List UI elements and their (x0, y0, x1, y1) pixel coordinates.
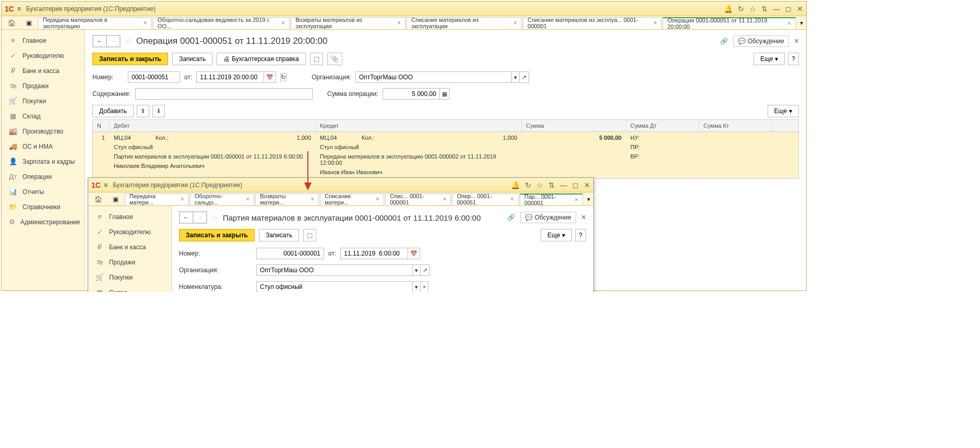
close-icon[interactable]: ✕ (797, 5, 803, 13)
close-icon[interactable]: × (281, 19, 285, 27)
more-button[interactable]: Еще ▾ (541, 229, 572, 241)
org-input[interactable] (256, 264, 413, 276)
nav-back-button[interactable]: ← (180, 212, 193, 223)
print-button[interactable]: 🖨Бухгалтерская справка (217, 53, 306, 65)
close-icon[interactable]: × (513, 19, 517, 27)
windows-icon[interactable]: ▣ (22, 17, 36, 29)
link-icon[interactable]: 🔗 (720, 38, 728, 45)
item-input[interactable] (256, 281, 413, 292)
dropdown-icon[interactable]: ▾ (413, 264, 421, 276)
number-input[interactable] (128, 71, 180, 83)
favorite-icon[interactable]: ☆ (211, 213, 219, 223)
tab-sub-0[interactable]: Передача матери...× (125, 193, 189, 205)
sidebar-item-sales[interactable]: 🛍Продажи (2, 78, 85, 93)
tab-dropdown-icon[interactable]: ▾ (584, 193, 593, 205)
sidebar-item-bank[interactable]: ₽Банк и касса (2, 63, 85, 78)
close-icon[interactable]: × (246, 196, 249, 203)
calendar-icon[interactable]: 📅 (264, 71, 276, 83)
home-icon[interactable]: 🏠 (90, 193, 106, 205)
bell-icon[interactable]: 🔔 (511, 181, 520, 189)
favorite-icon[interactable]: ☆ (125, 37, 132, 46)
minimize-icon[interactable]: — (773, 5, 780, 13)
sidebar-item-manager[interactable]: ✓Руководителю (2, 48, 85, 63)
sidebar-item-purchases[interactable]: 🛒Покупки (88, 270, 171, 285)
col-debit[interactable]: Дебет (110, 120, 316, 131)
open-icon[interactable]: ↗ (520, 71, 529, 83)
refresh-icon[interactable]: ↻ (280, 73, 286, 81)
sidebar-item-reports[interactable]: 📊Отчеты (2, 184, 85, 199)
tab-sub-1[interactable]: Оборотно-сальдо...× (190, 193, 254, 205)
maximize-icon[interactable]: ◻ (785, 5, 792, 13)
bell-icon[interactable]: 🔔 (724, 5, 733, 13)
move-up-button[interactable]: ⬆ (137, 105, 149, 117)
save-close-button[interactable]: Записать и закрыть (179, 229, 255, 241)
save-button[interactable]: Записать (172, 53, 212, 65)
close-icon[interactable]: × (787, 20, 791, 27)
tab-0[interactable]: Передача материалов в эксплуатацию× (38, 17, 152, 29)
calendar-icon[interactable]: 📅 (408, 248, 420, 259)
tab-3[interactable]: Списание материалов из эксплуатации× (407, 17, 522, 29)
close-icon[interactable]: × (443, 196, 446, 203)
sidebar-item-warehouse[interactable]: ▦Склад (88, 285, 171, 292)
tab-dropdown-icon[interactable]: ▾ (797, 17, 806, 29)
attach-button[interactable]: 📎 (327, 53, 342, 65)
close-icon[interactable]: × (181, 196, 184, 203)
col-credit[interactable]: Кредит (316, 120, 522, 131)
tab-sub-2[interactable]: Возвраты матери...× (255, 193, 319, 205)
col-sum[interactable]: Сумма (522, 120, 626, 131)
move-down-button[interactable]: ⬇ (152, 105, 165, 117)
close-icon[interactable]: × (310, 196, 314, 203)
register-button[interactable]: ⬚ (310, 53, 323, 65)
close-icon[interactable]: × (376, 196, 379, 203)
history-icon[interactable]: ↻ (738, 5, 744, 13)
history-icon[interactable]: ↻ (525, 181, 531, 189)
home-icon[interactable]: 🏠 (4, 17, 20, 29)
close-pane-icon[interactable]: × (794, 37, 799, 46)
sidebar-item-main[interactable]: ≡Главное (2, 33, 85, 48)
col-sumkt[interactable]: Сумма Кт (699, 120, 772, 131)
sidebar-item-salary[interactable]: 👤Зарплата и кадры (2, 154, 85, 169)
calc-icon[interactable]: ▦ (440, 88, 450, 100)
nav-forward-button[interactable]: → (106, 35, 120, 47)
help-button[interactable]: ? (788, 53, 799, 65)
discuss-button[interactable]: 💬Обсуждение (520, 212, 576, 223)
nav-back-button[interactable]: ← (93, 35, 106, 47)
close-icon[interactable]: ✕ (584, 181, 590, 189)
date-input[interactable] (340, 248, 408, 259)
sidebar-item-production[interactable]: 🏭Производство (2, 124, 85, 139)
dropdown-icon[interactable]: ▾ (413, 281, 421, 292)
tab-4[interactable]: Списание материалов из эксплуа... 0001-0… (523, 17, 662, 29)
tab-sub-4[interactable]: Спис... 0001-000001× (385, 193, 451, 205)
sidebar-item-sales[interactable]: 🛍Продажи (88, 255, 171, 270)
close-icon[interactable]: × (575, 196, 578, 203)
dropdown-icon[interactable]: ▾ (512, 71, 520, 83)
org-input[interactable] (355, 71, 512, 83)
tab-5[interactable]: Операция 0001-000051 от 11.11.2019 20:00… (663, 17, 796, 29)
sidebar-item-manager[interactable]: ✓Руководителю (88, 224, 171, 239)
tab-2[interactable]: Возвраты материалов из эксплуатации× (291, 17, 405, 29)
star-icon[interactable]: ☆ (536, 181, 543, 189)
windows-icon[interactable]: ▣ (109, 193, 123, 205)
close-icon[interactable]: × (144, 19, 147, 27)
discuss-button[interactable]: 💬Обсуждение (733, 35, 789, 47)
close-pane-icon[interactable]: × (581, 213, 586, 222)
open-icon[interactable]: ↗ (421, 264, 430, 276)
tab-sub-5[interactable]: Опер... 0001-000051× (452, 193, 518, 205)
sidebar-item-operations[interactable]: ДтОперации (2, 169, 85, 184)
close-icon[interactable]: × (397, 19, 401, 27)
table-row[interactable]: 1 МЦ.04Кол.:1,000 Стул офисный Партия ма… (93, 132, 798, 178)
save-button[interactable]: Записать (259, 229, 299, 241)
sidebar-item-warehouse[interactable]: ▦Склад (2, 108, 85, 124)
sidebar-item-purchases[interactable]: 🛒Покупки (2, 93, 85, 108)
tab-sub-3[interactable]: Списание матери...× (320, 193, 384, 205)
menu-icon[interactable]: ≡ (17, 5, 21, 13)
sum-input[interactable] (383, 88, 440, 100)
menu-icon[interactable]: ≡ (104, 181, 107, 189)
sidebar-item-refs[interactable]: 📁Справочники (2, 199, 85, 214)
save-close-button[interactable]: Записать и закрыть (92, 53, 168, 65)
settings-icon[interactable]: ⇅ (761, 5, 768, 13)
tab-1[interactable]: Оборотно-сальдовая ведомость за 2019 г. … (153, 17, 290, 29)
col-n[interactable]: N (93, 120, 110, 131)
tab-sub-6[interactable]: Пар... 0001-000001× (520, 193, 583, 205)
more-table-button[interactable]: Еще ▾ (768, 105, 799, 117)
